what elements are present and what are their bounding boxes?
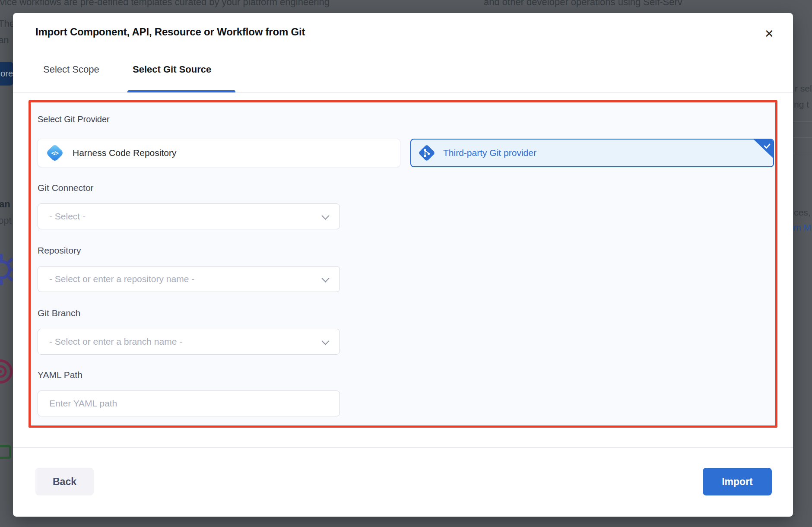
provider-card-label: Third-party Git provider	[443, 148, 536, 158]
chevron-down-icon	[321, 212, 329, 219]
git-branch-select[interactable]: - Select or enter a branch name -	[38, 329, 340, 355]
git-connector-placeholder: - Select -	[49, 211, 86, 222]
selected-check-icon	[753, 139, 774, 159]
tabs-divider	[13, 92, 793, 93]
code-diamond-icon: </>	[46, 144, 64, 162]
yaml-path-field-wrapper	[38, 390, 340, 416]
import-from-git-dialog: Import Component, API, Resource or Workf…	[13, 13, 793, 517]
chevron-down-icon	[321, 337, 329, 345]
dialog-title: Import Component, API, Resource or Workf…	[35, 26, 305, 38]
git-connector-label: Git Connector	[38, 183, 94, 193]
back-button[interactable]: Back	[35, 468, 94, 495]
tab-select-scope[interactable]: Select Scope	[43, 64, 99, 75]
footer-divider	[13, 447, 793, 448]
yaml-path-label: YAML Path	[38, 370, 82, 380]
highlighted-form-region: Select Git Provider </> Harness Code Rep…	[29, 100, 777, 428]
provider-card-harness-code-repository[interactable]: </> Harness Code Repository	[38, 139, 400, 167]
provider-card-label: Harness Code Repository	[73, 148, 176, 158]
chevron-down-icon	[321, 274, 329, 282]
yaml-path-input[interactable]	[49, 391, 339, 416]
repository-label: Repository	[38, 245, 81, 256]
tab-select-git-source[interactable]: Select Git Source	[133, 64, 211, 75]
git-branch-label: Git Branch	[38, 308, 80, 318]
close-icon[interactable]: ✕	[761, 26, 777, 41]
select-git-provider-label: Select Git Provider	[38, 114, 110, 124]
provider-card-third-party-git[interactable]: Third-party Git provider	[410, 139, 774, 167]
repository-placeholder: - Select or enter a repository name -	[49, 274, 194, 284]
import-button[interactable]: Import	[703, 468, 772, 495]
git-branch-placeholder: - Select or enter a branch name -	[49, 337, 182, 347]
git-connector-select[interactable]: - Select -	[38, 203, 340, 229]
git-diamond-icon	[418, 144, 435, 162]
repository-select[interactable]: - Select or enter a repository name -	[38, 266, 340, 292]
